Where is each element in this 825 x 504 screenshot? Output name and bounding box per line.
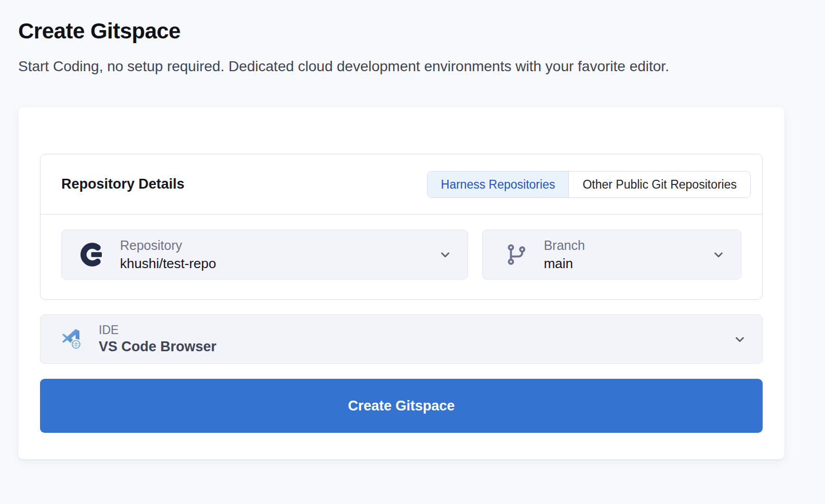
create-gitspace-button[interactable]: Create Gitspace <box>40 379 763 433</box>
repository-select-value: khushi/test-repo <box>120 256 216 272</box>
chevron-down-icon <box>733 333 747 346</box>
tab-other-public-git-repositories[interactable]: Other Public Git Repositories <box>568 171 750 197</box>
branch-select-label: Branch <box>544 238 585 253</box>
repository-details-header: Repository Details Harness Repositories … <box>41 154 762 215</box>
vscode-browser-icon <box>59 327 84 352</box>
branch-select-text: Branch main <box>544 238 585 272</box>
gitspace-form-card: Repository Details Harness Repositories … <box>18 107 784 459</box>
ide-select[interactable]: IDE VS Code Browser <box>40 314 763 364</box>
branch-select[interactable]: Branch main <box>482 230 741 280</box>
harness-code-icon <box>81 242 105 267</box>
page-subtitle: Start Coding, no setup required. Dedicat… <box>18 56 753 77</box>
repository-details-body: Repository khushi/test-repo <box>41 215 762 299</box>
ide-select-value: VS Code Browser <box>99 339 217 355</box>
branch-select-value: main <box>544 256 585 272</box>
chevron-down-icon <box>712 248 725 261</box>
repository-details-panel: Repository Details Harness Repositories … <box>40 154 763 300</box>
repository-select-text: Repository khushi/test-repo <box>120 238 216 272</box>
create-gitspace-page: Create Gitspace Start Coding, no setup r… <box>0 0 825 459</box>
ide-select-label: IDE <box>99 323 217 337</box>
tab-harness-repositories[interactable]: Harness Repositories <box>428 171 569 197</box>
ide-select-text: IDE VS Code Browser <box>99 323 217 355</box>
repository-details-heading: Repository Details <box>61 176 184 192</box>
repository-select[interactable]: Repository khushi/test-repo <box>61 230 468 280</box>
page-title: Create Gitspace <box>18 19 807 44</box>
chevron-down-icon <box>438 248 452 261</box>
repository-select-label: Repository <box>120 238 216 253</box>
repository-source-toggle: Harness Repositories Other Public Git Re… <box>427 171 751 198</box>
git-branch-icon <box>504 242 529 267</box>
